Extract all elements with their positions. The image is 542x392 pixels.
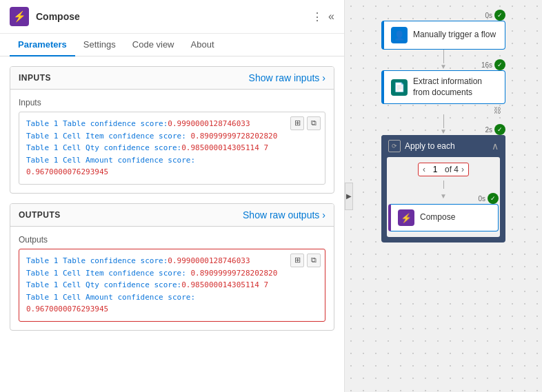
pagination-control: ‹ of 4 › xyxy=(418,163,469,176)
compose-node-label: Compose xyxy=(420,212,491,223)
tab-parameters[interactable]: Parameters xyxy=(10,34,75,56)
show-raw-outputs-link[interactable]: Show raw outputs › xyxy=(243,209,325,220)
apply-each-timing: 2s ✓ xyxy=(485,124,505,135)
apply-each-loop-icon: ⟳ xyxy=(388,140,401,152)
inputs-line-1: Table 1 Table confidence score:0.9990000… xyxy=(26,118,318,130)
panel-header: ⚡ Compose ⋮ « xyxy=(0,0,344,34)
extract-icon: 📄 xyxy=(391,79,408,96)
outputs-title: OUTPUTS xyxy=(19,210,61,220)
apply-each-title-group: ⟳ Apply to each xyxy=(388,140,455,152)
tab-about[interactable]: About xyxy=(183,34,223,56)
apply-each-container: ⟳ Apply to each ∧ ‹ of 4 › ▼ xyxy=(381,135,505,243)
inputs-line-5: 0.9670000076293945 xyxy=(26,166,318,178)
pagination-total: of 4 xyxy=(445,165,459,174)
apply-each-label: Apply to each xyxy=(405,141,455,151)
outputs-line-5: 0.9670000076293945 xyxy=(26,303,318,316)
trigger-icon: 👤 xyxy=(391,27,408,43)
inputs-content-box: ⊞ ⧉ Table 1 Table confidence score:0.999… xyxy=(19,112,325,185)
menu-icon[interactable]: ⋮ xyxy=(312,10,323,23)
inputs-section: INPUTS Show raw inputs › Inputs ⊞ ⧉ Tabl… xyxy=(10,66,334,194)
show-raw-inputs-link[interactable]: Show raw inputs › xyxy=(249,72,325,83)
chevron-right-icon: › xyxy=(322,72,325,83)
inputs-code-text: Table 1 Table confidence score:0.9990000… xyxy=(26,118,318,178)
tab-bar: Parameters Settings Code view About xyxy=(0,34,344,56)
apply-each-body: ‹ of 4 › ▼ 0s ✓ ⚡ xyxy=(387,157,500,237)
inputs-copy-icons: ⊞ ⧉ xyxy=(290,116,321,130)
panel-title: Compose xyxy=(36,11,305,22)
inputs-header: INPUTS Show raw inputs › xyxy=(10,67,334,90)
inputs-line-3: Table 1 Cell Qty confidence score:0.9850… xyxy=(26,142,318,154)
trigger-card[interactable]: 👤 Manually trigger a flow xyxy=(381,21,505,50)
inputs-line-4: Table 1 Cell Amount confidence score: xyxy=(26,154,318,167)
extract-card[interactable]: 📄 Extract information from documents xyxy=(381,70,505,104)
flow-container: 0s ✓ 👤 Manually trigger a flow ▼ 16s ✓ 📄… xyxy=(374,14,512,243)
header-actions: ⋮ « xyxy=(312,10,334,23)
inputs-copy-icon[interactable]: ⧉ xyxy=(307,116,321,130)
apply-each-collapse-button[interactable]: ∧ xyxy=(492,141,499,152)
connector-2 xyxy=(443,114,444,128)
outputs-section: OUTPUTS Show raw outputs › Outputs ⊞ ⧉ T… xyxy=(10,203,334,331)
inner-arrow: ▼ xyxy=(440,193,447,200)
pagination-prev[interactable]: ‹ xyxy=(423,165,425,174)
right-panel: ▶ 0s ✓ 👤 Manually trigger a flow ▼ 16s ✓… xyxy=(345,0,542,392)
tab-settings[interactable]: Settings xyxy=(75,34,124,56)
inputs-table-icon[interactable]: ⊞ xyxy=(290,116,304,130)
trigger-check: ✓ xyxy=(494,10,505,21)
collapse-panel-button[interactable]: ▶ xyxy=(345,183,353,210)
outputs-line-4: Table 1 Cell Amount confidence score: xyxy=(26,291,318,304)
inputs-title: INPUTS xyxy=(19,73,51,83)
extract-timing: 16s ✓ xyxy=(481,59,505,70)
chevron-right-icon-outputs: › xyxy=(322,209,325,220)
left-panel: ⚡ Compose ⋮ « Parameters Settings Code v… xyxy=(0,0,345,392)
tab-code-view[interactable]: Code view xyxy=(124,34,183,56)
pagination-input[interactable] xyxy=(428,165,442,174)
extract-link-icon[interactable]: ⛓ xyxy=(494,106,501,114)
outputs-copy-icons: ⊞ ⧉ xyxy=(290,254,321,267)
inputs-body: Inputs ⊞ ⧉ Table 1 Table confidence scor… xyxy=(10,90,334,193)
outputs-line-1: Table 1 Table confidence score:0.9990000… xyxy=(26,255,318,267)
compose-icon: ⚡ xyxy=(10,7,29,26)
inputs-line-2: Table 1 Cell Item confidence score: 0.89… xyxy=(26,130,318,143)
outputs-field-label: Outputs xyxy=(19,235,325,245)
outputs-header: OUTPUTS Show raw outputs › xyxy=(10,204,334,227)
outputs-body: Outputs ⊞ ⧉ Table 1 Table confidence sco… xyxy=(10,227,334,330)
compose-check: ✓ xyxy=(488,193,499,204)
apply-each-check: ✓ xyxy=(494,124,505,135)
arrow-down-1: ▼ xyxy=(440,63,447,70)
connector-1 xyxy=(443,50,444,63)
panel-body: INPUTS Show raw inputs › Inputs ⊞ ⧉ Tabl… xyxy=(0,56,344,392)
pagination-next[interactable]: › xyxy=(461,165,464,174)
extract-node: 16s ✓ 📄 Extract information from documen… xyxy=(381,70,505,104)
outputs-table-icon[interactable]: ⊞ xyxy=(290,254,304,267)
compose-timing: 0s ✓ xyxy=(478,193,499,204)
outputs-copy-icon[interactable]: ⧉ xyxy=(307,254,321,267)
outputs-line-2: Table 1 Cell Item confidence score: 0.89… xyxy=(26,267,318,280)
outputs-code-text: Table 1 Table confidence score:0.9990000… xyxy=(26,255,318,316)
compose-node-icon: ⚡ xyxy=(398,209,414,226)
arrow-down-2: ▼ xyxy=(440,128,447,135)
compose-inner-node: 0s ✓ ⚡ Compose xyxy=(388,204,499,231)
trigger-node: 0s ✓ 👤 Manually trigger a flow xyxy=(381,21,505,50)
extract-check: ✓ xyxy=(494,59,505,70)
trigger-label: Manually trigger a flow xyxy=(413,30,498,41)
inner-connector xyxy=(443,180,444,189)
outputs-line-3: Table 1 Cell Qty confidence score:0.9850… xyxy=(26,279,318,291)
collapse-icon[interactable]: « xyxy=(328,10,334,23)
apply-each-node: 2s ✓ ⟳ Apply to each ∧ ‹ of 4 xyxy=(381,135,505,243)
outputs-content-box: ⊞ ⧉ Table 1 Table confidence score:0.999… xyxy=(19,249,325,322)
extract-label: Extract information from documents xyxy=(413,76,498,98)
compose-card[interactable]: ⚡ Compose xyxy=(388,204,499,231)
trigger-timing: 0s ✓ xyxy=(485,10,505,21)
apply-each-header: ⟳ Apply to each ∧ xyxy=(381,135,505,157)
inputs-field-label: Inputs xyxy=(19,98,325,107)
